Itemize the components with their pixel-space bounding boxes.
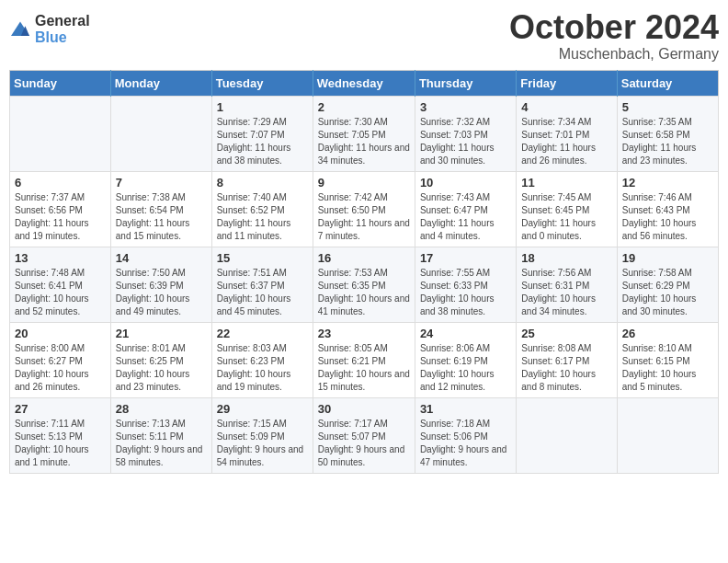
calendar-table: SundayMondayTuesdayWednesdayThursdayFrid…	[9, 70, 719, 474]
day-info: Sunrise: 8:06 AM Sunset: 6:19 PM Dayligh…	[420, 342, 511, 394]
day-info: Sunrise: 7:56 AM Sunset: 6:31 PM Dayligh…	[521, 267, 611, 318]
day-info: Sunrise: 7:15 AM Sunset: 5:09 PM Dayligh…	[217, 418, 308, 469]
calendar-cell: 27Sunrise: 7:11 AM Sunset: 5:13 PM Dayli…	[10, 397, 111, 473]
day-number: 17	[420, 251, 511, 265]
calendar-cell: 20Sunrise: 8:00 AM Sunset: 6:27 PM Dayli…	[10, 322, 111, 397]
day-info: Sunrise: 7:46 AM Sunset: 6:43 PM Dayligh…	[622, 191, 713, 243]
day-number: 12	[622, 176, 713, 190]
calendar-cell: 31Sunrise: 7:18 AM Sunset: 5:06 PM Dayli…	[415, 397, 516, 473]
day-number: 2	[318, 100, 410, 114]
month-title: October 2024	[509, 9, 719, 46]
day-number: 30	[318, 402, 410, 416]
day-info: Sunrise: 7:42 AM Sunset: 6:50 PM Dayligh…	[318, 191, 410, 243]
day-info: Sunrise: 8:05 AM Sunset: 6:21 PM Dayligh…	[318, 342, 410, 394]
calendar-cell: 22Sunrise: 8:03 AM Sunset: 6:23 PM Dayli…	[211, 322, 313, 397]
calendar-cell: 25Sunrise: 8:08 AM Sunset: 6:17 PM Dayli…	[517, 322, 617, 397]
header-wednesday: Wednesday	[313, 70, 415, 96]
day-number: 23	[318, 327, 410, 340]
calendar-cell	[110, 96, 211, 171]
day-info: Sunrise: 8:00 AM Sunset: 6:27 PM Dayligh…	[15, 342, 106, 394]
day-info: Sunrise: 7:30 AM Sunset: 7:05 PM Dayligh…	[318, 116, 410, 167]
day-number: 18	[521, 251, 611, 265]
day-number: 3	[420, 100, 511, 114]
header-saturday: Saturday	[617, 70, 718, 96]
logo-general: General	[35, 13, 90, 29]
header-thursday: Thursday	[415, 70, 516, 96]
logo: General Blue	[9, 13, 90, 46]
day-number: 28	[116, 402, 207, 416]
calendar-cell: 24Sunrise: 8:06 AM Sunset: 6:19 PM Dayli…	[415, 322, 516, 397]
location-title: Muschenbach, Germany	[509, 46, 719, 63]
day-info: Sunrise: 7:51 AM Sunset: 6:37 PM Dayligh…	[217, 267, 308, 318]
day-info: Sunrise: 7:53 AM Sunset: 6:35 PM Dayligh…	[318, 267, 410, 318]
day-info: Sunrise: 7:34 AM Sunset: 7:01 PM Dayligh…	[521, 116, 611, 167]
calendar-cell	[517, 397, 617, 473]
week-row-1: 6Sunrise: 7:37 AM Sunset: 6:56 PM Daylig…	[10, 171, 719, 247]
day-number: 27	[15, 402, 106, 416]
day-number: 24	[420, 327, 511, 340]
day-info: Sunrise: 7:45 AM Sunset: 6:45 PM Dayligh…	[521, 191, 611, 243]
calendar-cell: 15Sunrise: 7:51 AM Sunset: 6:37 PM Dayli…	[211, 247, 313, 322]
calendar-cell: 23Sunrise: 8:05 AM Sunset: 6:21 PM Dayli…	[313, 322, 415, 397]
calendar-cell: 28Sunrise: 7:13 AM Sunset: 5:11 PM Dayli…	[110, 397, 211, 473]
calendar-cell: 6Sunrise: 7:37 AM Sunset: 6:56 PM Daylig…	[10, 171, 111, 247]
day-number: 22	[217, 327, 308, 340]
day-number: 16	[318, 251, 410, 265]
day-info: Sunrise: 8:08 AM Sunset: 6:17 PM Dayligh…	[521, 342, 611, 394]
day-number: 26	[622, 327, 713, 340]
day-info: Sunrise: 7:29 AM Sunset: 7:07 PM Dayligh…	[217, 116, 308, 167]
day-number: 6	[15, 176, 106, 190]
day-number: 20	[15, 327, 106, 340]
calendar-cell: 4Sunrise: 7:34 AM Sunset: 7:01 PM Daylig…	[517, 96, 617, 171]
calendar-cell: 17Sunrise: 7:55 AM Sunset: 6:33 PM Dayli…	[415, 247, 516, 322]
title-area: October 2024 Muschenbach, Germany	[509, 9, 719, 63]
header-tuesday: Tuesday	[211, 70, 313, 96]
calendar-cell: 14Sunrise: 7:50 AM Sunset: 6:39 PM Dayli…	[110, 247, 211, 322]
day-info: Sunrise: 7:17 AM Sunset: 5:07 PM Dayligh…	[318, 418, 410, 469]
day-number: 4	[521, 100, 611, 114]
week-row-4: 27Sunrise: 7:11 AM Sunset: 5:13 PM Dayli…	[10, 397, 719, 473]
calendar-cell: 18Sunrise: 7:56 AM Sunset: 6:31 PM Dayli…	[517, 247, 617, 322]
day-info: Sunrise: 7:55 AM Sunset: 6:33 PM Dayligh…	[420, 267, 511, 318]
day-info: Sunrise: 7:43 AM Sunset: 6:47 PM Dayligh…	[420, 191, 511, 243]
calendar-cell: 11Sunrise: 7:45 AM Sunset: 6:45 PM Dayli…	[517, 171, 617, 247]
calendar-cell: 26Sunrise: 8:10 AM Sunset: 6:15 PM Dayli…	[617, 322, 718, 397]
calendar-cell: 9Sunrise: 7:42 AM Sunset: 6:50 PM Daylig…	[313, 171, 415, 247]
header-sunday: Sunday	[10, 70, 111, 96]
calendar-cell: 7Sunrise: 7:38 AM Sunset: 6:54 PM Daylig…	[110, 171, 211, 247]
day-number: 21	[116, 327, 207, 340]
day-info: Sunrise: 7:48 AM Sunset: 6:41 PM Dayligh…	[15, 267, 106, 318]
day-number: 10	[420, 176, 511, 190]
week-row-2: 13Sunrise: 7:48 AM Sunset: 6:41 PM Dayli…	[10, 247, 719, 322]
week-row-3: 20Sunrise: 8:00 AM Sunset: 6:27 PM Dayli…	[10, 322, 719, 397]
day-number: 25	[521, 327, 611, 340]
day-info: Sunrise: 7:18 AM Sunset: 5:06 PM Dayligh…	[420, 418, 511, 469]
logo-icon	[9, 20, 31, 39]
logo-blue: Blue	[35, 29, 67, 45]
day-info: Sunrise: 7:40 AM Sunset: 6:52 PM Dayligh…	[217, 191, 308, 243]
day-number: 14	[116, 251, 207, 265]
day-info: Sunrise: 7:38 AM Sunset: 6:54 PM Dayligh…	[116, 191, 207, 243]
calendar-cell: 29Sunrise: 7:15 AM Sunset: 5:09 PM Dayli…	[211, 397, 313, 473]
calendar-cell	[10, 96, 111, 171]
day-info: Sunrise: 7:32 AM Sunset: 7:03 PM Dayligh…	[420, 116, 511, 167]
calendar-cell: 12Sunrise: 7:46 AM Sunset: 6:43 PM Dayli…	[617, 171, 718, 247]
week-row-0: 1Sunrise: 7:29 AM Sunset: 7:07 PM Daylig…	[10, 96, 719, 171]
day-number: 13	[15, 251, 106, 265]
day-info: Sunrise: 7:37 AM Sunset: 6:56 PM Dayligh…	[15, 191, 106, 243]
day-number: 31	[420, 402, 511, 416]
day-info: Sunrise: 8:10 AM Sunset: 6:15 PM Dayligh…	[622, 342, 713, 394]
day-info: Sunrise: 7:11 AM Sunset: 5:13 PM Dayligh…	[15, 418, 106, 469]
header: General Blue October 2024 Muschenbach, G…	[9, 9, 719, 63]
calendar-cell: 16Sunrise: 7:53 AM Sunset: 6:35 PM Dayli…	[313, 247, 415, 322]
header-row: SundayMondayTuesdayWednesdayThursdayFrid…	[10, 70, 719, 96]
day-info: Sunrise: 7:35 AM Sunset: 6:58 PM Dayligh…	[622, 116, 713, 167]
calendar-cell: 2Sunrise: 7:30 AM Sunset: 7:05 PM Daylig…	[313, 96, 415, 171]
day-number: 8	[217, 176, 308, 190]
day-number: 19	[622, 251, 713, 265]
day-info: Sunrise: 8:01 AM Sunset: 6:25 PM Dayligh…	[116, 342, 207, 394]
calendar-cell: 30Sunrise: 7:17 AM Sunset: 5:07 PM Dayli…	[313, 397, 415, 473]
calendar-cell: 8Sunrise: 7:40 AM Sunset: 6:52 PM Daylig…	[211, 171, 313, 247]
day-number: 9	[318, 176, 410, 190]
day-number: 5	[622, 100, 713, 114]
